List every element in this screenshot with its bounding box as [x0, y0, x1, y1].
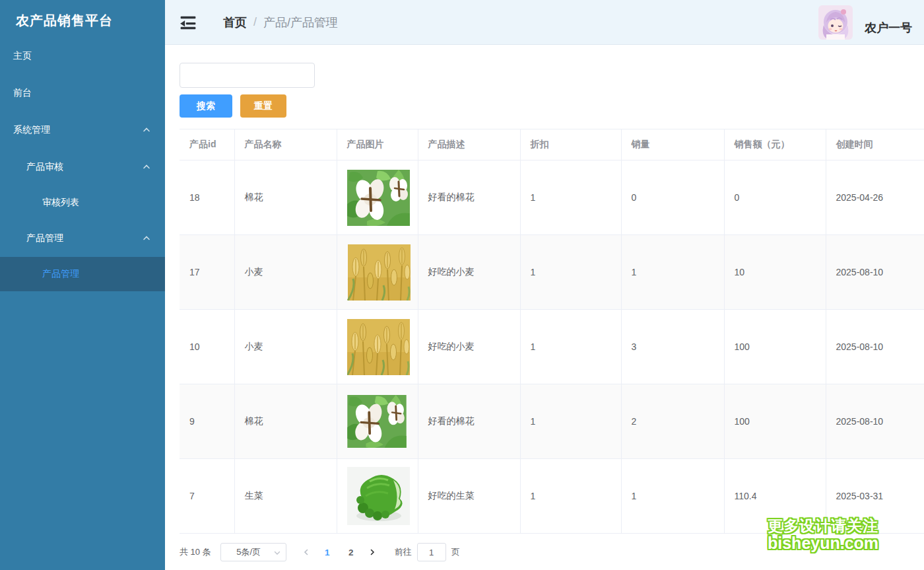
product-table-wrap: 产品id 产品名称 产品图片 产品描述 折扣 销量 销售额（元） 创建时间 18 — [180, 129, 924, 534]
top-bar: 首页 / 产品/产品管理 农户一号 — [165, 0, 924, 45]
cell-sales: 1 — [621, 235, 724, 310]
cell-product-name: 生菜 — [234, 459, 337, 534]
cell-discount: 1 — [520, 160, 621, 235]
cell-product-desc: 好吃的生菜 — [418, 459, 520, 534]
cell-created: 2025-08-10 — [826, 310, 924, 384]
cell-product-image — [337, 235, 418, 310]
cell-revenue: 100 — [724, 310, 826, 384]
cell-product-id: 17 — [180, 235, 234, 310]
goto-page-input[interactable] — [417, 543, 446, 561]
sidebar-item-home[interactable]: 主页 — [0, 38, 165, 75]
sidebar-item-product-management[interactable]: 产品管理 — [0, 257, 165, 291]
sidebar-item-label: 审核列表 — [42, 197, 79, 209]
content: 搜索 重置 产品id 产品名称 产品图片 产品描述 — [165, 45, 924, 570]
sidebar-fold-icon[interactable] — [180, 15, 197, 30]
col-discount: 折扣 — [520, 129, 621, 160]
table-row: 9 棉花 好看的棉花 1 2 100 2025-08-10 — [180, 384, 924, 459]
table-row: 18 棉花 好看的棉花 1 0 0 2025-04-26 — [180, 160, 924, 235]
sidebar-item-label: 产品审核 — [26, 161, 63, 173]
cell-product-id: 7 — [180, 459, 234, 534]
col-revenue: 销售额（元） — [724, 129, 826, 160]
user-name: 农户一号 — [865, 20, 912, 36]
cell-product-id: 18 — [180, 160, 234, 235]
app-title: 农产品销售平台 — [0, 0, 165, 38]
chevron-up-icon — [143, 126, 150, 134]
cell-revenue: 110.4 — [724, 459, 826, 534]
cell-revenue: 100 — [724, 384, 826, 459]
col-product-name: 产品名称 — [234, 129, 337, 160]
prev-page-button[interactable] — [297, 543, 315, 561]
cell-product-desc: 好吃的小麦 — [418, 235, 520, 310]
wheat-product-image — [347, 319, 410, 375]
goto-label: 前往 — [395, 546, 412, 558]
app-root: 农产品销售平台 主页 前台 系统管理 产品审核 审核列表 产品管理 — [0, 0, 924, 570]
sidebar-item-label: 产品管理 — [42, 268, 79, 280]
cell-product-name: 棉花 — [234, 160, 337, 235]
breadcrumb-home[interactable]: 首页 — [223, 15, 247, 30]
next-page-button[interactable] — [363, 543, 381, 561]
cell-discount: 1 — [520, 235, 621, 310]
cell-product-desc: 好吃的小麦 — [418, 310, 520, 384]
col-created: 创建时间 — [826, 129, 924, 160]
wheat-product-image — [347, 244, 411, 301]
breadcrumb-current: 产品/产品管理 — [263, 15, 338, 30]
sidebar-item-label: 产品管理 — [26, 232, 63, 244]
col-sales: 销量 — [621, 129, 724, 160]
page-size-value: 5条/页 — [236, 546, 261, 558]
cell-discount: 1 — [520, 384, 621, 459]
breadcrumb: 首页 / 产品/产品管理 — [223, 15, 338, 30]
user-menu[interactable]: 农户一号 — [818, 5, 912, 40]
col-product-id: 产品id — [180, 129, 234, 160]
sidebar-item-label: 主页 — [13, 50, 32, 62]
cell-sales: 1 — [621, 459, 724, 534]
search-button[interactable]: 搜索 — [180, 94, 232, 118]
chevron-down-icon — [273, 549, 281, 557]
cell-product-name: 棉花 — [234, 384, 337, 459]
search-input[interactable] — [180, 63, 315, 88]
cell-revenue: 10 — [724, 235, 826, 310]
page-number-2[interactable]: 2 — [342, 548, 360, 557]
breadcrumb-separator: / — [253, 15, 257, 29]
page-number-1[interactable]: 1 — [318, 548, 337, 557]
pagination-total: 共 10 条 — [180, 546, 211, 558]
cell-product-desc: 好看的棉花 — [418, 384, 520, 459]
chevron-up-icon — [143, 163, 150, 171]
chevron-left-icon — [302, 548, 310, 556]
chevron-up-icon — [143, 234, 150, 242]
reset-button[interactable]: 重置 — [240, 94, 286, 118]
cell-product-image — [337, 160, 418, 235]
sidebar-item-label: 前台 — [13, 87, 32, 99]
page-size-select[interactable]: 5条/页 — [220, 543, 286, 561]
sidebar-item-frontend[interactable]: 前台 — [0, 75, 165, 112]
cell-product-id: 9 — [180, 384, 234, 459]
sidebar-item-product-management-group[interactable]: 产品管理 — [0, 220, 165, 257]
table-header-row: 产品id 产品名称 产品图片 产品描述 折扣 销量 销售额（元） 创建时间 — [180, 129, 924, 160]
sidebar-item-system-management[interactable]: 系统管理 — [0, 112, 165, 149]
col-product-desc: 产品描述 — [418, 129, 520, 160]
chevron-right-icon — [368, 548, 376, 556]
cell-sales: 2 — [621, 384, 724, 459]
cell-product-image — [337, 310, 418, 384]
main-area: 首页 / 产品/产品管理 农户一号 搜索 重置 — [165, 0, 924, 570]
cell-created: 2025-08-10 — [826, 384, 924, 459]
sidebar-menu: 主页 前台 系统管理 产品审核 审核列表 产品管理 产品管理 — [0, 38, 165, 291]
cell-discount: 1 — [520, 459, 621, 534]
sidebar-item-product-review[interactable]: 产品审核 — [0, 149, 165, 186]
col-product-image: 产品图片 — [337, 129, 418, 160]
cell-created: 2025-08-10 — [826, 235, 924, 310]
sidebar: 农产品销售平台 主页 前台 系统管理 产品审核 审核列表 产品管理 — [0, 0, 165, 570]
table-row: 10 小麦 好吃的小麦 1 3 100 2025-08-10 — [180, 310, 924, 384]
cell-discount: 1 — [520, 310, 621, 384]
sidebar-item-label: 系统管理 — [13, 124, 50, 136]
table-row: 7 生菜 好吃的生菜 1 1 110.4 2025-03-31 — [180, 459, 924, 534]
sidebar-item-review-list[interactable]: 审核列表 — [0, 186, 165, 220]
table-row: 17 小麦 好吃的小麦 1 1 10 2025-08-10 — [180, 235, 924, 310]
cotton-product-image — [347, 170, 410, 226]
page-unit-label: 页 — [451, 546, 460, 558]
toolbar: 搜索 重置 — [180, 94, 924, 118]
lettuce-product-image — [347, 467, 410, 525]
cell-created: 2025-03-31 — [826, 459, 924, 534]
cell-sales: 3 — [621, 310, 724, 384]
product-table: 产品id 产品名称 产品图片 产品描述 折扣 销量 销售额（元） 创建时间 18 — [180, 129, 924, 534]
cell-product-image — [337, 384, 418, 459]
